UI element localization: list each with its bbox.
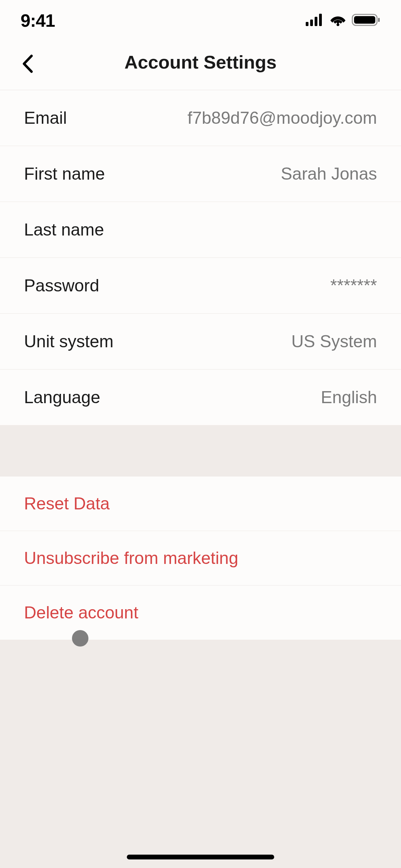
language-row[interactable]: Language English <box>0 370 401 425</box>
email-value: f7b89d76@moodjoy.com <box>187 108 377 128</box>
reset-data-label: Reset Data <box>24 494 110 513</box>
svg-rect-2 <box>315 17 317 26</box>
danger-group: Reset Data Unsubscribe from marketing De… <box>0 477 401 640</box>
email-label: Email <box>24 108 67 128</box>
unsubscribe-label: Unsubscribe from marketing <box>24 548 238 568</box>
wifi-icon <box>330 14 346 27</box>
first-name-value: Sarah Jonas <box>281 164 377 184</box>
status-bar: 9:41 <box>0 0 401 38</box>
last-name-row[interactable]: Last name <box>0 202 401 258</box>
back-button[interactable] <box>17 53 38 74</box>
email-row[interactable]: Email f7b89d76@moodjoy.com <box>0 90 401 146</box>
password-row[interactable]: Password ******* <box>0 258 401 314</box>
password-label: Password <box>24 276 99 296</box>
svg-rect-3 <box>319 14 322 26</box>
delete-account-label: Delete account <box>24 603 138 622</box>
page-title: Account Settings <box>124 51 277 73</box>
first-name-label: First name <box>24 164 105 184</box>
home-indicator[interactable] <box>127 855 274 859</box>
settings-group: Email f7b89d76@moodjoy.com First name Sa… <box>0 90 401 425</box>
battery-icon <box>352 13 380 28</box>
cellular-signal-icon <box>306 14 324 27</box>
nav-bar: Account Settings <box>0 38 401 90</box>
section-gap <box>0 425 401 477</box>
last-name-label: Last name <box>24 220 104 240</box>
unsubscribe-button[interactable]: Unsubscribe from marketing <box>0 531 401 586</box>
password-value: ******* <box>330 276 377 296</box>
reset-data-button[interactable]: Reset Data <box>0 477 401 531</box>
svg-point-4 <box>337 23 339 26</box>
unit-system-row[interactable]: Unit system US System <box>0 314 401 370</box>
language-value: English <box>321 387 377 407</box>
svg-rect-7 <box>378 18 380 22</box>
status-icons <box>306 13 380 28</box>
svg-rect-1 <box>310 20 313 26</box>
svg-rect-0 <box>306 22 308 26</box>
unit-system-value: US System <box>291 331 377 351</box>
delete-account-button[interactable]: Delete account <box>0 586 401 640</box>
language-label: Language <box>24 387 100 407</box>
first-name-row[interactable]: First name Sarah Jonas <box>0 146 401 202</box>
chevron-left-icon <box>21 54 34 74</box>
unit-system-label: Unit system <box>24 331 113 351</box>
status-time: 9:41 <box>21 10 55 31</box>
svg-rect-6 <box>354 16 375 24</box>
